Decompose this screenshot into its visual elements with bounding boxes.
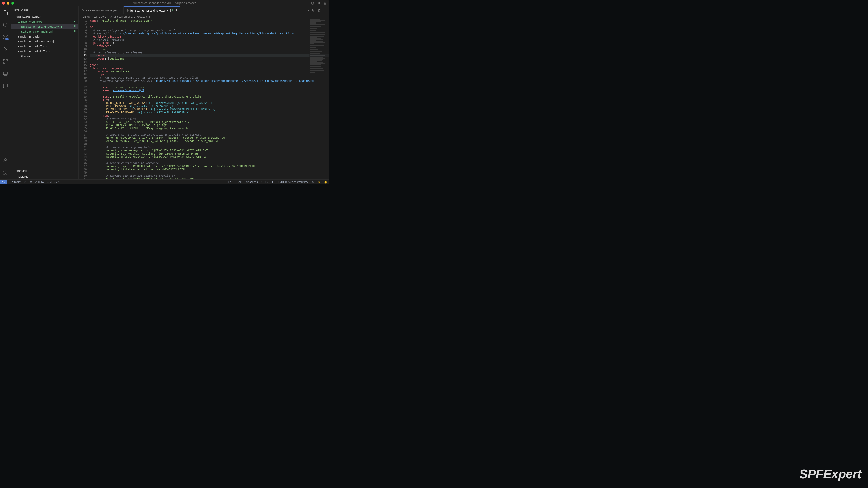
code-line[interactable]: env: (90, 98, 329, 101)
folder-item[interactable]: ›simple-hn-reader (11, 34, 79, 39)
code-line[interactable] (90, 22, 329, 26)
panel-toggle-icon[interactable]: ▭ (304, 1, 308, 5)
sync-icon[interactable]: ⟳ (24, 181, 27, 184)
code-content[interactable]: name:: "Build and scan - dynamic scan"on… (90, 19, 329, 180)
code-line[interactable]: security list-keychain -d user -s $KEYCH… (90, 168, 329, 171)
notifications-icon[interactable]: 🔔 (324, 181, 327, 184)
code-line[interactable]: # import certificate to keychain (90, 162, 329, 165)
code-line[interactable]: release: (90, 54, 329, 57)
layout-toggle-icon[interactable]: ▢ (311, 1, 314, 5)
timeline-section[interactable]: ›TIMELINE (11, 174, 79, 180)
code-line[interactable]: - name: checkout repository (90, 86, 329, 89)
code-line[interactable]: pull_request: (90, 41, 329, 44)
encoding[interactable]: UTF-8 (261, 181, 269, 184)
gear-icon[interactable] (0, 168, 11, 177)
code-line[interactable] (90, 92, 329, 95)
code-line[interactable]: # this was more debug as was curious wha… (90, 76, 329, 79)
editor-tab[interactable]: ⚙static-only-non-main.ymlU (79, 6, 124, 14)
code-line[interactable]: # see addl: https://www.andrewhoog.com/p… (90, 32, 329, 35)
file-item[interactable]: static-only-non-main.ymlU (11, 29, 79, 34)
cursor-position[interactable]: Ln 12, Col 1 (228, 181, 243, 184)
source-control-icon[interactable]: 1 (0, 33, 11, 41)
explorer-icon[interactable] (0, 8, 11, 17)
code-line[interactable]: # GitHub shares this online, e.g. https:… (90, 79, 329, 83)
problems-indicator[interactable]: ⊘ 0 ⚠ 0 14 (30, 181, 43, 184)
code-line[interactable]: uses: actions/checkout@v3 (90, 89, 329, 92)
eol[interactable]: LF (272, 181, 275, 184)
remote-indicator[interactable] (0, 180, 7, 185)
code-line[interactable]: name:: "Build and scan - dynamic scan" (90, 19, 329, 22)
code-line[interactable]: on: (90, 26, 329, 29)
code-line[interactable]: runs-on: macos-latest (90, 70, 329, 73)
code-line[interactable]: # new pull requests (90, 38, 329, 41)
code-line[interactable]: workflow_dispatch: (90, 35, 329, 38)
code-line[interactable]: # manual trigger but change to any suppo… (90, 29, 329, 32)
code-line[interactable]: security unlock-keychain -p "$KEYCHAIN_P… (90, 155, 329, 158)
breadcrumbs[interactable]: .github›workflows›⚙ full-scan-on-pr-and-… (79, 14, 329, 19)
code-line[interactable]: BUILD_CERTIFICATE_BASE64: ${{ secrets.BU… (90, 101, 329, 105)
minimize-icon[interactable] (7, 2, 9, 4)
more-icon[interactable]: ⋯ (72, 9, 75, 12)
search-icon[interactable] (0, 20, 11, 29)
language-mode[interactable]: GitHub Actions Workflow (278, 181, 308, 184)
customize-layout-icon[interactable]: ▦ (323, 1, 327, 5)
indentation[interactable]: Spaces: 4 (246, 181, 258, 184)
folder-item[interactable]: ›.github / workflows (11, 19, 79, 24)
code-line[interactable]: # new releases or pre-releases (90, 51, 329, 54)
code-line[interactable]: # create variables (90, 117, 329, 121)
maximize-icon[interactable] (11, 2, 14, 4)
code-line[interactable]: security import $CERTIFICATE_PATH -P "$P… (90, 165, 329, 168)
chat-icon[interactable] (0, 81, 11, 90)
remote-explorer-icon[interactable] (0, 69, 11, 78)
breadcrumb-item[interactable]: ⚙ full-scan-on-pr-and-release.yml (110, 15, 150, 18)
code-line[interactable]: PROVISION_PROFILES_BASE64: ${{ secrets.P… (90, 108, 329, 111)
folder-item[interactable]: ›simple-hn-readerUITests (11, 49, 79, 54)
breadcrumb-item[interactable]: .github (82, 15, 90, 18)
extensions-icon[interactable] (0, 57, 11, 66)
code-line[interactable] (90, 158, 329, 162)
code-line[interactable]: mkdir -p ~/Library/MobileDevice/Provisio… (90, 177, 329, 180)
git-branch[interactable]: ⎇ main* (10, 181, 21, 184)
code-line[interactable]: - main (90, 48, 329, 51)
prettier-icon[interactable]: ⚡ (317, 181, 321, 184)
split-editor-icon[interactable]: ▯▯ (317, 9, 320, 12)
editor-tab[interactable]: ⚙full-scan-on-pr-and-release.ymlU (124, 6, 181, 14)
code-line[interactable] (90, 130, 329, 133)
more-actions-icon[interactable]: ⋯ (324, 9, 327, 12)
code-line[interactable]: # create temporary keychain (90, 146, 329, 149)
code-line[interactable]: P12_PASSWORD: ${{ secrets.P12_PASSWORD }… (90, 105, 329, 108)
code-line[interactable] (90, 171, 329, 174)
code-line[interactable]: run: | (90, 114, 329, 117)
outline-section[interactable]: ›OUTLINE (11, 168, 79, 174)
code-line[interactable]: KEYCHAIN_PASSWORD: ${{ secrets.KEYCHAIN_… (90, 111, 329, 114)
code-line[interactable]: KEYCHAIN_PATH=$RUNNER_TEMP/app-signing.k… (90, 127, 329, 130)
folder-item[interactable]: ›simple-hn-readerTests (11, 44, 79, 49)
close-icon[interactable] (2, 2, 5, 4)
accounts-icon[interactable] (0, 156, 11, 165)
code-line[interactable]: # extract and copy provisioning profile(… (90, 174, 329, 177)
code-line[interactable] (90, 60, 329, 64)
split-icon[interactable]: ⊞ (317, 1, 320, 5)
code-line[interactable]: # import certificate and provisioning pr… (90, 133, 329, 136)
run-icon[interactable]: ▷ (307, 9, 309, 12)
code-line[interactable]: jobs: (90, 64, 329, 67)
feedback-icon[interactable]: ☺ (311, 181, 314, 184)
folder-item[interactable]: ›simple-hn-reader.xcodeproj (11, 39, 79, 44)
code-line[interactable]: PP_ARCHIVE=$RUNNER_TEMP/mobile_pp.tgz (90, 124, 329, 127)
folder-root-header[interactable]: ⌄ SIMPLE-HN-READER (11, 14, 79, 19)
code-line[interactable] (90, 142, 329, 146)
code-line[interactable]: echo -n "$BUILD_CERTIFICATE_BASE64" | ba… (90, 136, 329, 139)
code-line[interactable] (90, 83, 329, 86)
compare-icon[interactable]: ⇆ (312, 9, 314, 12)
code-line[interactable]: build_with_signing: (90, 67, 329, 70)
code-line[interactable]: branches: (90, 44, 329, 48)
code-line[interactable]: - name: Install the Apple certificate an… (90, 95, 329, 98)
code-line[interactable]: steps: (90, 73, 329, 76)
breadcrumb-item[interactable]: workflows (94, 15, 106, 18)
run-debug-icon[interactable] (0, 45, 11, 54)
code-line[interactable]: echo -n "$PROVISION_PROFILES_BASE64" | b… (90, 139, 329, 142)
minimap[interactable] (309, 19, 329, 180)
file-item[interactable]: .gitignore (11, 54, 79, 59)
code-line[interactable]: CERTIFICATE_PATH=$RUNNER_TEMP/build_cert… (90, 121, 329, 124)
code-line[interactable]: security create-keychain -p "$KEYCHAIN_P… (90, 149, 329, 152)
